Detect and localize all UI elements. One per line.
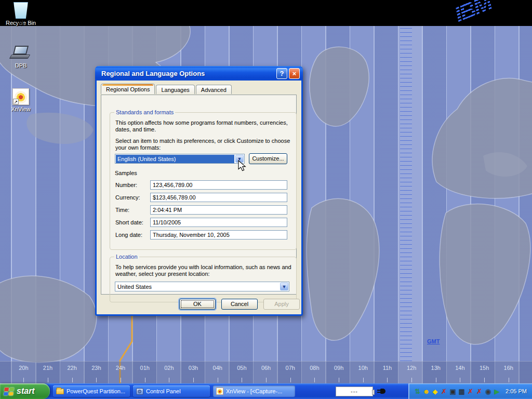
desktop-icon-xnview[interactable]: ↗ XnView: [1, 88, 41, 112]
desktop-icon-recycle-bin[interactable]: ♻ Recycle Bin: [1, 2, 41, 26]
regional-language-options-dialog: Regional and Language Options ? × Region…: [95, 66, 303, 316]
sample-label: Currency:: [115, 194, 140, 201]
ok-button[interactable]: OK: [179, 299, 216, 310]
help-button[interactable]: ?: [276, 68, 287, 79]
time-sample-field[interactable]: 2:04:41 PM: [150, 205, 287, 215]
standards-instruction: Select an item to match its preferences,…: [115, 138, 292, 151]
top-band: IBM: [0, 0, 532, 26]
customize-button[interactable]: Customize...: [249, 153, 287, 164]
start-button[interactable]: start: [0, 383, 50, 399]
battery-meter[interactable]: ---: [336, 387, 373, 396]
taskbar-button-control-panel[interactable]: ⚙ Control Panel: [133, 385, 210, 397]
desktop-icon-dpb[interactable]: DPB: [1, 46, 41, 69]
group-legend: Location: [114, 254, 139, 260]
diamond-utility-icon[interactable]: ◆: [431, 387, 440, 396]
recycle-bin-icon: ♻: [14, 2, 28, 19]
location-combobox[interactable]: United States ▼: [115, 282, 289, 291]
offline-contacts-icon[interactable]: ✗: [440, 387, 448, 396]
regional-options-panel: Standards and formats This option affect…: [101, 95, 297, 295]
close-button[interactable]: ×: [289, 68, 300, 79]
dialog-titlebar[interactable]: Regional and Language Options ? ×: [95, 66, 303, 81]
timezone-hour-band: [0, 361, 532, 383]
ibm-logo: IBM: [451, 0, 495, 28]
group-legend: Standards and formats: [114, 109, 175, 115]
apply-button[interactable]: Apply: [263, 299, 300, 310]
shortcut-arrow-icon: ↗: [13, 99, 19, 104]
control-panel-icon: ⚙: [136, 388, 143, 395]
disconnected-grid-icon[interactable]: ▦: [457, 387, 466, 396]
sample-label: Short date:: [115, 219, 143, 226]
windows-flag-icon: [4, 388, 14, 395]
tab-strip: Regional Options Languages Advanced: [101, 85, 233, 95]
tab-advanced[interactable]: Advanced: [196, 85, 232, 94]
number-sample-field[interactable]: 123,456,789.00: [150, 180, 287, 190]
taskbar-clock[interactable]: 2:05 PM: [506, 388, 527, 394]
sample-label: Time:: [115, 207, 129, 214]
short-date-sample-field[interactable]: 11/10/2005: [150, 218, 287, 227]
desktop: GMT 20h21h22h23h24h01h02h03h04h05h06h07h…: [0, 0, 532, 399]
vnc-server-icon[interactable]: ☻: [422, 387, 431, 396]
samples-label: Samples: [115, 170, 137, 177]
sample-label: Long date:: [115, 232, 142, 238]
chevron-down-icon[interactable]: ▼: [280, 283, 288, 290]
display-utility-icon[interactable]: ▶: [493, 387, 501, 396]
tab-languages[interactable]: Languages: [156, 85, 194, 94]
ac-power-plug-icon: [377, 388, 385, 395]
taskbar: start PowerQuest Partition... ⚙ Control …: [0, 383, 532, 399]
location-description: To help services provide you with local …: [115, 264, 292, 277]
tray-icons: ⇅☻◆✗▣▦✗✗◉▶: [413, 387, 501, 396]
removable-hardware-icon[interactable]: ⇅: [413, 387, 422, 396]
cancel-button[interactable]: Cancel: [221, 299, 258, 310]
standards-description: This option affects how some programs fo…: [115, 119, 290, 133]
taskbar-button-xnview[interactable]: XnView - [<Capture-...: [213, 385, 295, 397]
dialog-title: Regional and Language Options: [101, 70, 275, 77]
taskbar-button-powerquest[interactable]: PowerQuest Partition...: [53, 385, 130, 397]
xnview-icon: [216, 388, 223, 395]
muted-network-icon[interactable]: ✗: [475, 387, 484, 396]
sample-label: Number:: [115, 182, 137, 189]
currency-sample-field[interactable]: $123,456,789.00: [150, 193, 287, 202]
system-tray: ⇅☻◆✗▣▦✗✗◉▶ 2:05 PM: [408, 383, 532, 399]
network-computer-icon[interactable]: ▣: [448, 387, 457, 396]
mouse-cursor: [238, 160, 248, 172]
folder-icon: [56, 389, 64, 394]
xnview-icon: ↗: [12, 88, 29, 105]
laptop-icon: [9, 46, 32, 61]
volume-icon[interactable]: ◉: [484, 387, 493, 396]
format-combobox[interactable]: English (United States) ▼: [115, 154, 245, 164]
disconnected-drive-icon[interactable]: ✗: [466, 387, 475, 396]
long-date-sample-field[interactable]: Thursday, November 10, 2005: [150, 230, 287, 240]
tab-regional-options[interactable]: Regional Options: [101, 84, 155, 94]
